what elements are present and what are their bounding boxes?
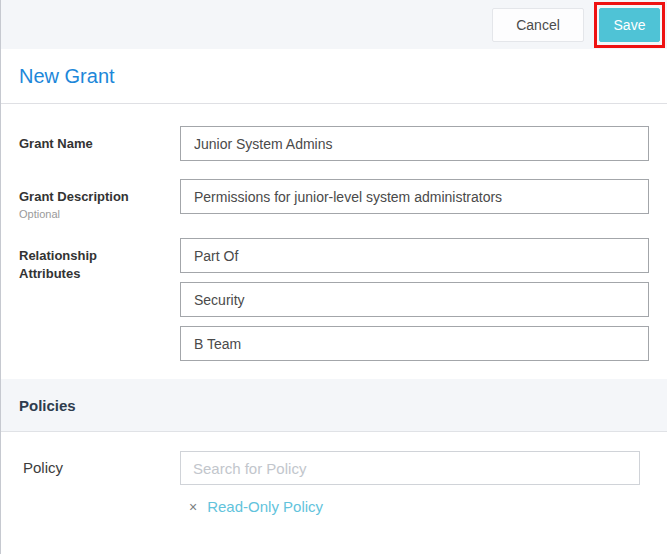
relationship-attribute-input-2[interactable] [180, 282, 649, 317]
relationship-attributes-label: Relationship Attributes [19, 247, 134, 283]
grant-description-label: Grant Description [19, 188, 180, 206]
grant-description-row: Grant Description Optional [1, 179, 667, 220]
policy-row: Policy [1, 451, 667, 485]
grant-description-input[interactable] [180, 179, 649, 214]
grant-name-input[interactable] [180, 126, 649, 161]
top-action-bar: Cancel Save [1, 0, 667, 49]
new-grant-page: { "topbar": { "cancel_label": "Cancel", … [0, 0, 667, 554]
policy-search-input[interactable] [180, 451, 640, 485]
relationship-attribute-input-1[interactable] [180, 238, 649, 273]
optional-note: Optional [19, 208, 180, 220]
selected-policy-name[interactable]: Read-Only Policy [207, 498, 323, 515]
page-title: New Grant [19, 65, 649, 88]
annotation-highlight-box: Save [594, 2, 665, 48]
title-bar: New Grant [1, 49, 667, 104]
selected-policy-tag: × Read-Only Policy [189, 498, 667, 515]
remove-policy-icon[interactable]: × [189, 500, 197, 514]
grant-name-label: Grant Name [19, 135, 180, 153]
policy-label: Policy [1, 451, 180, 485]
policies-section-header: Policies [1, 379, 667, 432]
relationship-attribute-input-3[interactable] [180, 326, 649, 361]
cancel-button[interactable]: Cancel [492, 8, 584, 42]
policies-heading: Policies [19, 397, 76, 414]
relationship-attributes-row: Relationship Attributes [1, 238, 667, 361]
save-button[interactable]: Save [599, 8, 660, 42]
grant-name-row: Grant Name [1, 126, 667, 161]
grant-form: Grant Name Grant Description Optional Re… [1, 104, 667, 361]
